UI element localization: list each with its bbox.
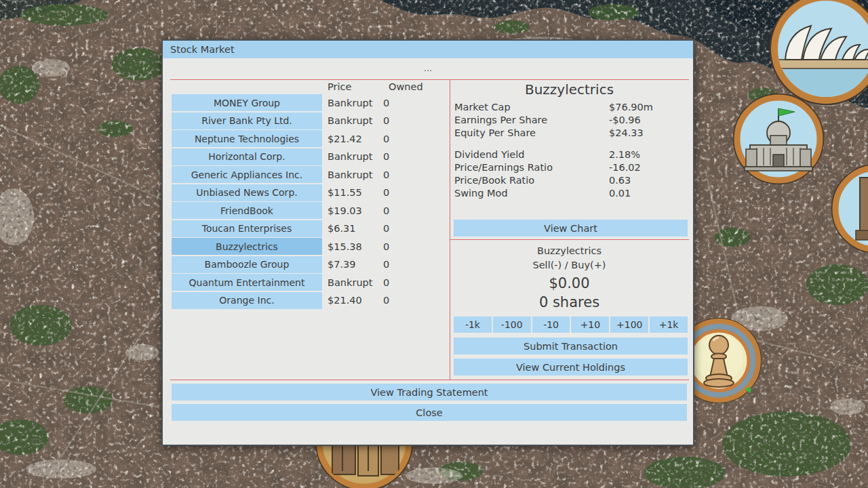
company-row: Toucan Enterprises$6.310 <box>172 220 443 237</box>
owned-cell: 0 <box>383 169 389 180</box>
owned-cell: 0 <box>383 151 389 162</box>
stat-value: 0.01 <box>609 188 631 199</box>
trade-company-name: Buzzylectrics <box>450 245 689 256</box>
view-current-holdings-button[interactable]: View Current Holdings <box>454 359 688 375</box>
trade-shares: 0 shares <box>450 294 689 310</box>
company-row: Buzzylectrics$15.380 <box>172 238 443 255</box>
stat-label: Market Cap <box>454 102 511 113</box>
company-row: Orange Inc.$21.400 <box>172 292 443 309</box>
stat-label: Earnings Per Share <box>454 115 547 125</box>
price-cell: Bankrupt <box>322 169 383 180</box>
price-cell: Bankrupt <box>322 277 383 288</box>
view-trading-statement-button[interactable]: View Trading Statement <box>172 384 687 401</box>
stat-label: Price/Book Ratio <box>454 175 534 186</box>
price-cell: Bankrupt <box>322 115 383 126</box>
stat-label: Equity Per Share <box>454 127 536 138</box>
company-button[interactable]: River Bank Pty Ltd. <box>172 113 322 129</box>
company-row: Unbiased News Corp.$11.550 <box>172 184 443 201</box>
stepper-button[interactable]: +100 <box>610 317 648 333</box>
game-screen: Stock Market ... Price Owned MONEY Group… <box>0 0 868 488</box>
company-button[interactable]: Neptune Technologies <box>172 130 322 147</box>
stepper-row: -1k-100-10+10+100+1k <box>454 317 688 333</box>
company-row: MONEY GroupBankrupt0 <box>172 94 443 111</box>
stepper-button[interactable]: -10 <box>532 317 570 333</box>
price-cell: $21.40 <box>322 295 383 306</box>
stat-value: 0.63 <box>609 175 631 186</box>
company-row: Bamboozle Group$7.390 <box>172 256 443 273</box>
stepper-button[interactable]: -100 <box>493 317 531 333</box>
company-button[interactable]: Orange Inc. <box>172 292 322 309</box>
stepper-button[interactable]: +1k <box>650 317 688 333</box>
price-cell: Bankrupt <box>322 151 383 162</box>
detail-company-name: Buzzylectrics <box>450 81 689 98</box>
owned-cell: 0 <box>383 98 389 108</box>
owned-cell: 0 <box>383 134 389 144</box>
stat-label: Dividend Yield <box>454 149 524 160</box>
price-cell: $6.31 <box>322 223 383 234</box>
stat-row: Market Cap$76.90m <box>454 102 688 115</box>
owned-column-header: Owned <box>389 81 423 92</box>
trade-direction-label: Sell(-) / Buy(+) <box>450 260 689 270</box>
company-row: River Bank Pty Ltd.Bankrupt0 <box>172 113 443 129</box>
company-row: Generic Appliances Inc.Bankrupt0 <box>172 166 443 183</box>
submit-transaction-button[interactable]: Submit Transaction <box>454 338 688 354</box>
stock-market-dialog: Stock Market ... Price Owned MONEY Group… <box>161 39 694 446</box>
ratios-group: Dividend Yield2.18%Price/Earnings Ratio-… <box>454 149 688 201</box>
owned-cell: 0 <box>383 241 389 252</box>
owned-cell: 0 <box>383 205 389 216</box>
price-cell: $15.38 <box>322 241 383 252</box>
owned-cell: 0 <box>383 295 389 306</box>
owned-cell: 0 <box>383 115 389 126</box>
company-button[interactable]: Unbiased News Corp. <box>172 184 322 201</box>
trade-divider <box>450 239 689 240</box>
company-button[interactable]: FriendBook <box>172 202 322 219</box>
company-row: Quantum EntertainmentBankrupt0 <box>172 274 443 291</box>
company-list: MONEY GroupBankrupt0River Bank Pty Ltd.B… <box>172 94 443 310</box>
price-cell: $11.55 <box>322 187 383 198</box>
stats-group: Market Cap$76.90mEarnings Per Share-$0.9… <box>454 102 688 140</box>
owned-cell: 0 <box>383 259 389 270</box>
dialog-title: Stock Market <box>170 44 235 55</box>
stat-value: -$0.96 <box>609 115 641 125</box>
stat-row: Equity Per Share$24.33 <box>454 127 688 140</box>
stat-label: Swing Mod <box>454 188 508 199</box>
stat-row: Dividend Yield2.18% <box>454 149 688 162</box>
company-row: Neptune Technologies$21.420 <box>172 130 443 147</box>
close-button[interactable]: Close <box>172 404 687 421</box>
company-detail-panel: Buzzylectrics Market Cap$76.90mEarnings … <box>450 41 689 380</box>
company-row: Horizontal Corp.Bankrupt0 <box>172 148 443 165</box>
price-cell: $21.42 <box>322 134 383 144</box>
company-button[interactable]: Generic Appliances Inc. <box>172 166 322 183</box>
footer-divider <box>170 380 689 380</box>
stat-row: Swing Mod0.01 <box>454 188 688 201</box>
price-cell: Bankrupt <box>322 98 383 108</box>
company-button[interactable]: Quantum Entertainment <box>172 274 322 291</box>
price-column-header: Price <box>328 81 351 92</box>
stat-value: $24.33 <box>609 127 644 138</box>
company-button[interactable]: Buzzylectrics <box>172 238 322 255</box>
stat-row: Price/Earnings Ratio-16.02 <box>454 162 688 175</box>
company-button[interactable]: MONEY Group <box>172 94 322 111</box>
owned-cell: 0 <box>383 277 389 288</box>
price-cell: $7.39 <box>322 259 383 270</box>
stat-row: Earnings Per Share-$0.96 <box>454 115 688 127</box>
owned-cell: 0 <box>383 223 389 234</box>
trade-amount: $0.00 <box>450 275 689 291</box>
government-building-badge-icon[interactable] <box>734 94 823 184</box>
company-button[interactable]: Toucan Enterprises <box>172 220 322 237</box>
company-row: FriendBook$19.030 <box>172 202 443 219</box>
stat-value: $76.90m <box>609 102 653 113</box>
price-cell: $19.03 <box>322 205 383 216</box>
owned-cell: 0 <box>383 187 389 198</box>
company-button[interactable]: Horizontal Corp. <box>172 148 322 165</box>
stat-value: -16.02 <box>609 162 641 173</box>
company-button[interactable]: Bamboozle Group <box>172 256 322 273</box>
stat-label: Price/Earnings Ratio <box>454 162 553 173</box>
view-chart-button[interactable]: View Chart <box>454 220 688 237</box>
stat-value: 2.18% <box>609 149 640 160</box>
stepper-button[interactable]: +10 <box>571 317 609 333</box>
stat-row: Price/Book Ratio0.63 <box>454 175 688 188</box>
stepper-button[interactable]: -1k <box>454 317 492 333</box>
